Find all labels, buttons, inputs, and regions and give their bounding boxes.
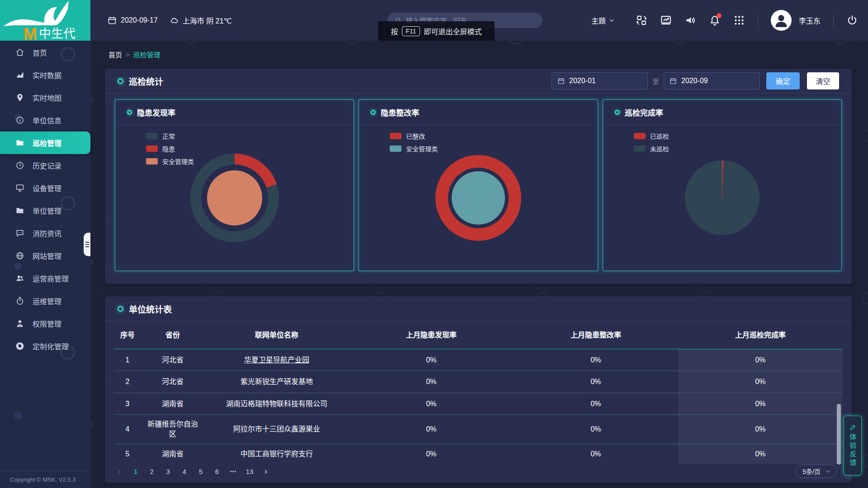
sidebar-item-customization-management[interactable]: 定制化管理 — [0, 335, 90, 357]
sound-button[interactable] — [684, 14, 696, 26]
legend-swatch — [146, 158, 158, 164]
cell-unit-name[interactable]: 紫光新锐生产研发基地 — [204, 377, 349, 387]
chart-title: 隐患发现率 — [137, 107, 175, 118]
sidebar-item-unit-info[interactable]: 单位信息 — [0, 109, 90, 131]
page-number-5[interactable]: 5 — [195, 465, 206, 477]
card-title-dot-icon — [127, 110, 132, 115]
cell-unit-name[interactable]: 华夏卫星导航产业园 — [204, 355, 349, 365]
page-size-select[interactable]: 5条/页 — [796, 465, 837, 478]
logout-button[interactable] — [846, 14, 858, 26]
cell-discovery-rate: 0% — [349, 399, 514, 409]
sidebar-item-unit-management[interactable]: 单位管理 — [0, 199, 90, 222]
inner-pie[interactable] — [452, 171, 505, 225]
legend-item[interactable]: 已整改 — [390, 131, 438, 141]
screen-switch-icon — [636, 14, 647, 26]
sidebar-item-realtime-map[interactable]: 实时地图 — [0, 86, 90, 109]
sidebar-item-fire-news[interactable]: 消防资讯 — [0, 222, 90, 244]
legend-swatch — [146, 145, 158, 152]
cell-unit-name[interactable]: 湖南迈格瑞特物联科技有限公司 — [204, 399, 349, 409]
main-content: 首页 > 巡检管理 巡检统计 2020-01 至 2020-09 确定 清 — [90, 41, 868, 488]
panel-title-text: 巡检统计 — [129, 75, 163, 87]
donut-chart[interactable] — [435, 155, 521, 241]
legend-swatch — [390, 145, 401, 152]
scrollbar-thumb[interactable] — [837, 404, 841, 465]
confirm-button[interactable]: 确定 — [766, 72, 800, 89]
next-page-button[interactable]: › — [260, 465, 271, 477]
date-from-value: 2020-01 — [569, 77, 596, 85]
sidebar-item-operator-management[interactable]: 运营商管理 — [0, 267, 90, 290]
notification-button[interactable] — [709, 14, 721, 26]
panel-title: 单位统计表 — [118, 303, 172, 315]
page-ellipsis[interactable]: ••• — [228, 465, 239, 477]
cell-index: 3 — [114, 399, 141, 409]
date-to-input[interactable]: 2020-09 — [664, 72, 760, 89]
sidebar-collapse-handle[interactable] — [84, 233, 90, 256]
feedback-tab[interactable]: 体验反馈 — [844, 416, 862, 475]
sidebar-item-home[interactable]: 首页 — [0, 41, 90, 64]
sidebar: M 中生代 首页 实时数据 实时地图 单位信息 巡检管理 历史记录 — [0, 0, 90, 488]
cell-completion-rate: 0% — [678, 415, 843, 444]
cell-rectification-rate: 0% — [514, 449, 678, 459]
sidebar-item-label: 单位信息 — [33, 115, 61, 126]
donut-chart[interactable] — [190, 154, 279, 242]
page-number-6[interactable]: 6 — [212, 465, 222, 477]
inner-pie[interactable] — [207, 170, 262, 225]
page-number-3[interactable]: 3 — [163, 465, 174, 477]
theme-dropdown[interactable]: 主题 — [591, 15, 615, 26]
legend-item[interactable]: 未巡检 — [634, 144, 669, 153]
cell-unit-name[interactable]: 阿拉尔市十三团众鑫源果业 — [204, 424, 349, 434]
prev-page-button[interactable]: ‹ — [114, 465, 125, 477]
avatar[interactable] — [771, 10, 792, 31]
page-number-2[interactable]: 2 — [146, 465, 157, 477]
date-from-input[interactable]: 2020-01 — [552, 72, 648, 89]
table-row: 5 湖南省 中国工商银行学府支行 0% 0% 0% — [114, 444, 843, 464]
page-number-13[interactable]: 13 — [244, 465, 255, 477]
page-number-4[interactable]: 4 — [179, 465, 190, 477]
legend-item[interactable]: 安全管理类 — [390, 144, 438, 153]
tag-icon — [15, 342, 24, 351]
legend-label: 未巡检 — [650, 144, 669, 153]
unit-stats-table: 序号 省份 联网单位名称 上月隐患发现率 上月隐患整改率 上月巡检完成率 1 河… — [114, 322, 843, 464]
sidebar-item-device-management[interactable]: 设备管理 — [0, 177, 90, 199]
page-size-value: 5条/页 — [802, 467, 821, 476]
breadcrumb-current[interactable]: 巡检管理 — [133, 50, 160, 59]
dashboard-button[interactable] — [660, 14, 672, 26]
sidebar-item-label: 首页 — [33, 47, 47, 58]
sidebar-item-inspection-management[interactable]: 巡检管理 — [0, 131, 90, 154]
legend-item[interactable]: 安全管理类 — [146, 157, 194, 166]
apps-grid-button[interactable] — [733, 14, 745, 26]
legend-item[interactable]: 正常 — [146, 131, 194, 141]
chart-legend: 已整改 安全管理类 — [390, 131, 438, 153]
screen-switch-button[interactable] — [636, 14, 647, 26]
cell-discovery-rate: 0% — [349, 449, 514, 459]
topbar: 2020-09-17 上海市 阴 21℃ 按 F11 即可退出全屏模式 主题 — [90, 0, 868, 41]
chat-icon — [15, 229, 24, 238]
range-separator: 至 — [652, 76, 659, 86]
cell-index: 1 — [114, 355, 141, 365]
legend-item[interactable]: 隐患 — [146, 144, 194, 153]
page-number-1[interactable]: 1 — [130, 465, 141, 477]
weather: 上海市 阴 21℃ — [170, 15, 232, 26]
tip-suffix: 即可退出全屏模式 — [424, 26, 482, 37]
breadcrumb-home[interactable]: 首页 — [108, 50, 122, 59]
cell-unit-name[interactable]: 中国工商银行学府支行 — [204, 449, 349, 459]
sidebar-item-ops-management[interactable]: 运维管理 — [0, 290, 90, 312]
sidebar-item-realtime-data[interactable]: 实时数据 — [0, 64, 90, 86]
user-icon — [772, 11, 790, 29]
legend-item[interactable]: 已巡检 — [634, 131, 669, 141]
sidebar-item-website-management[interactable]: 网站管理 — [0, 244, 90, 267]
fullscreen-tip: 按 F11 即可退出全屏模式 — [378, 21, 495, 41]
table-row: 3 湖南省 湖南迈格瑞特物联科技有限公司 0% 0% 0% — [114, 393, 843, 415]
clear-button[interactable]: 清空 — [807, 72, 839, 89]
sidebar-item-permission-management[interactable]: 权限管理 — [0, 312, 90, 335]
legend-label: 已巡检 — [650, 131, 669, 141]
app-logo[interactable]: M 中生代 — [0, 0, 90, 41]
pie-chart[interactable] — [685, 160, 760, 235]
legend-label: 隐患 — [162, 144, 175, 153]
username[interactable]: 李玉东 — [799, 15, 821, 26]
sidebar-item-label: 网站管理 — [33, 250, 61, 261]
sidebar-item-history[interactable]: 历史记录 — [0, 154, 90, 177]
cell-province: 湖南省 — [141, 399, 204, 409]
notification-badge — [717, 13, 722, 18]
globe-icon — [15, 251, 24, 260]
